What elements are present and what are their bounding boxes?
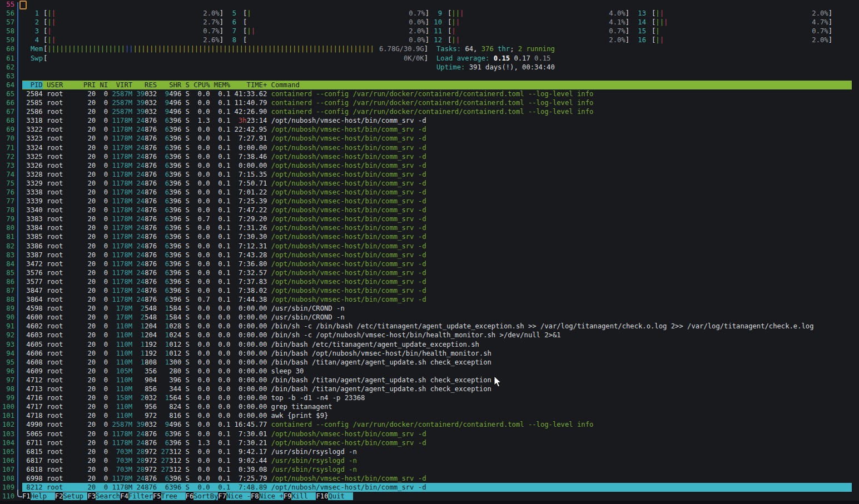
fnkey-F3-label[interactable]: Search [96,492,120,500]
process-row-2586[interactable]: 2586 root 20 0 2587M 39032 9496 S 0.0 0.… [22,107,852,116]
fnkey-F6[interactable]: F6 [186,492,194,500]
process-command: /bin/bash /titan/agent/agent_update.sh c… [271,376,491,384]
fnkey-F1[interactable]: F1 [22,492,31,500]
process-row-3338[interactable]: 3338 root 20 0 1178M 24876 6396 S 0.0 0.… [22,188,852,197]
process-row-3472[interactable]: 3472 root 20 0 1178M 24876 6396 S 0.0 0.… [22,260,852,268]
line-number-75: 75 [0,179,14,188]
line-number-60: 60 [0,44,14,53]
bottom-strip [0,501,859,504]
process-row-6818[interactable]: 6818 root 20 0 703M 28972 27312 S 0.0 0.… [22,465,852,474]
fnkey-F3[interactable]: F3 [87,492,96,500]
process-row-3325[interactable]: 3325 root 20 0 1178M 24876 6396 S 0.0 0.… [22,152,852,161]
process-command: containerd --config /var/run/docker/cont… [271,99,594,107]
process-command: top -b -d1 -n4 -p 23368 [271,394,365,402]
process-row-4713[interactable]: 4713 root 20 0 110M 856 344 S 0.0 0.0 0:… [22,385,852,393]
process-row-2584[interactable]: 2584 root 20 0 2587M 39032 9496 S 0.0 0.… [22,89,852,98]
process-row-3340[interactable]: 3340 root 20 0 1178M 24876 6396 S 0.0 0.… [22,206,852,214]
line-number-77: 77 [0,197,14,206]
fnkey-F7-label[interactable]: Nice - [226,492,251,500]
fnkey-F2[interactable]: F2 [55,492,63,500]
cpu-meter-14-label: 14 [627,18,646,27]
process-row-4712[interactable]: 4712 root 20 0 110M 904 396 S 0.0 0.0 0:… [22,376,852,385]
line-number-97: 97 [0,376,14,385]
process-row-3323[interactable]: 3323 root 20 0 1178M 24876 6396 S 0.0 0.… [22,134,852,143]
process-command: containerd --config /var/run/docker/cont… [271,90,594,98]
process-row-4716[interactable]: 4716 root 20 0 158M 2032 1564 S 0.0 0.0 … [22,393,852,402]
process-row-4990[interactable]: 4990 root 20 0 2587M 39032 9496 S 0.0 0.… [22,420,852,429]
fnkey-F5[interactable]: F5 [153,492,161,500]
process-row-3329[interactable]: 3329 root 20 0 1178M 24876 6396 S 0.0 0.… [22,179,852,188]
process-row-3847[interactable]: 3847 root 20 0 1178M 24876 6396 S 0.0 0.… [22,286,852,295]
fnkey-F4[interactable]: F4 [120,492,128,500]
process-command: /opt/nubosh/vmsec-host/bin/comm_srv -d [271,153,426,161]
fnkey-F2-label[interactable]: Setup [63,492,87,500]
process-command: /opt/nubosh/vmsec-host/bin/comm_srv -d [271,260,426,268]
cpu-meter-5-label: 5 [217,9,236,18]
table-header[interactable]: PID USER PRI NI VIRT RES SHR S CPU% MEM%… [22,81,852,89]
fnkey-F4-label[interactable]: Filter [128,492,153,500]
process-row-4609[interactable]: 4609 root 20 0 105M 356 280 S 0.0 0.0 0:… [22,367,852,376]
process-row-2585[interactable]: 2585 root 20 0 2587M 39032 9496 S 0.0 0.… [22,98,852,107]
process-row-3387[interactable]: 3387 root 20 0 1178M 24876 6396 S 0.0 0.… [22,251,852,260]
process-row-5065[interactable]: 5065 root 20 0 1178M 24876 6396 S 0.0 0.… [22,430,852,438]
process-row-6817[interactable]: 6817 root 20 0 703M 28972 27312 S 0.0 0.… [22,456,852,465]
line-number-99: 99 [0,393,14,402]
process-row-6815[interactable]: 6815 root 20 0 703M 28972 27312 S 0.0 0.… [22,447,852,456]
process-row-4598[interactable]: 4598 root 20 0 178M 2548 1584 S 0.0 0.0 … [22,304,852,313]
process-row-4603[interactable]: 4603 root 20 0 110M 1204 1024 S 0.0 0.0 … [22,331,852,340]
line-number-55: 55 [0,0,14,9]
fnkey-F7[interactable]: F7 [218,492,226,500]
fnkey-F9-label[interactable]: Kill [291,492,316,500]
fnkey-F6-label[interactable]: SortBy [193,492,218,500]
process-row-4606[interactable]: 4606 root 20 0 110M 1192 1012 S 0.0 0.0 … [22,349,852,358]
process-row-4718[interactable]: 4718 root 20 0 110M 972 816 S 0.0 0.0 0:… [22,411,852,420]
htop-content: 1[||2.0%]5[|0.7%]9[|||4.0%]13[||2.0%]2[|… [22,0,852,501]
cpu-meter-15-label: 15 [627,27,646,36]
cpu-meter-1: [||2.0%] [43,9,224,18]
line-number-74: 74 [0,170,14,179]
process-command: /opt/nubosh/vmsec-host/bin/comm_srv -d [271,233,426,241]
process-row-3864[interactable]: 3864 root 20 0 1178M 24876 6396 S 0.7 0.… [22,295,852,304]
process-row-3324[interactable]: 3324 root 20 0 1178M 24876 6396 S 0.0 0.… [22,143,852,152]
editor-gutter: 5556575859606162636465666768697071727374… [0,0,14,501]
cpu-meter-row-3: 3[|0.7%]7[||2.0%]11[|0.7%]15[|0.7%] [22,27,852,36]
line-number-68: 68 [0,116,14,125]
process-row-3577[interactable]: 3577 root 20 0 1178M 24876 6396 S 0.0 0.… [22,277,852,286]
process-row-3384[interactable]: 3384 root 20 0 1178M 24876 6396 S 0.0 0.… [22,223,852,232]
process-command: /usr/sbin/CROND -n [271,313,345,321]
line-number-82: 82 [0,242,14,251]
line-number-110: 110 [0,492,14,501]
fnkey-F8-label[interactable]: Nice + [259,492,284,500]
process-row-3326[interactable]: 3326 root 20 0 1178M 24876 6396 S 0.0 0.… [22,161,852,170]
process-row-6998[interactable]: 6998 root 20 0 1178M 24876 6396 S 0.0 0.… [22,474,852,483]
fnkey-F5-label[interactable]: Tree [161,492,186,500]
cpu-meter-row-4: 4[||2.6%]8[0.0%]12[||2.0%]16[||2.0%] [22,36,852,44]
process-row-8212-selected[interactable]: 8212 root 20 0 1178M 24876 6396 S 0.0 0.… [22,483,852,492]
process-row-3318[interactable]: 3318 root 20 0 1178M 24876 6396 S 1.3 0.… [22,116,852,125]
process-row-3383[interactable]: 3383 root 20 0 1178M 24876 6396 S 0.7 0.… [22,214,852,223]
fnkey-F10-label[interactable]: Quit [328,492,352,500]
process-row-4600[interactable]: 4600 root 20 0 178M 2548 1584 S 0.0 0.0 … [22,313,852,322]
cpu-meter-2-label: 2 [20,18,39,27]
process-row-4608[interactable]: 4608 root 20 0 110M 1808 1300 S 0.0 0.0 … [22,358,852,367]
fnkey-F8[interactable]: F8 [251,492,259,500]
cpu-meter-6-label: 6 [217,18,236,27]
cpu-meter-7: [||2.0%] [243,27,429,36]
swap-meter: [0K/0K] [43,54,428,63]
fnkey-F9[interactable]: F9 [284,492,292,500]
process-row-3339[interactable]: 3339 root 20 0 1178M 24876 6396 S 0.0 0.… [22,197,852,206]
process-row-4605[interactable]: 4605 root 20 0 110M 1192 1012 S 0.0 0.0 … [22,340,852,349]
line-number-56: 56 [0,9,14,18]
process-row-3322[interactable]: 3322 root 20 0 1178M 24876 6396 S 0.0 0.… [22,125,852,134]
fnkey-F10[interactable]: F10 [316,492,328,500]
line-number-87: 87 [0,286,14,295]
process-row-6711[interactable]: 6711 root 20 0 1178M 24876 6396 S 1.3 0.… [22,438,852,447]
process-row-3328[interactable]: 3328 root 20 0 1178M 24876 6396 S 0.0 0.… [22,170,852,179]
process-row-4602[interactable]: 4602 root 20 0 110M 1204 1028 S 0.0 0.0 … [22,322,852,331]
process-row-3386[interactable]: 3386 root 20 0 1178M 24876 6396 S 0.0 0.… [22,242,852,251]
column-pid-sort[interactable]: PID [22,81,43,89]
process-row-3385[interactable]: 3385 root 20 0 1178M 24876 6396 S 0.0 0.… [22,232,852,241]
process-row-4717[interactable]: 4717 root 20 0 110M 956 824 S 0.0 0.0 0:… [22,402,852,411]
process-row-3576[interactable]: 3576 root 20 0 1178M 24876 6396 S 0.0 0.… [22,268,852,277]
fnkey-F1-label[interactable]: Help [31,492,55,500]
